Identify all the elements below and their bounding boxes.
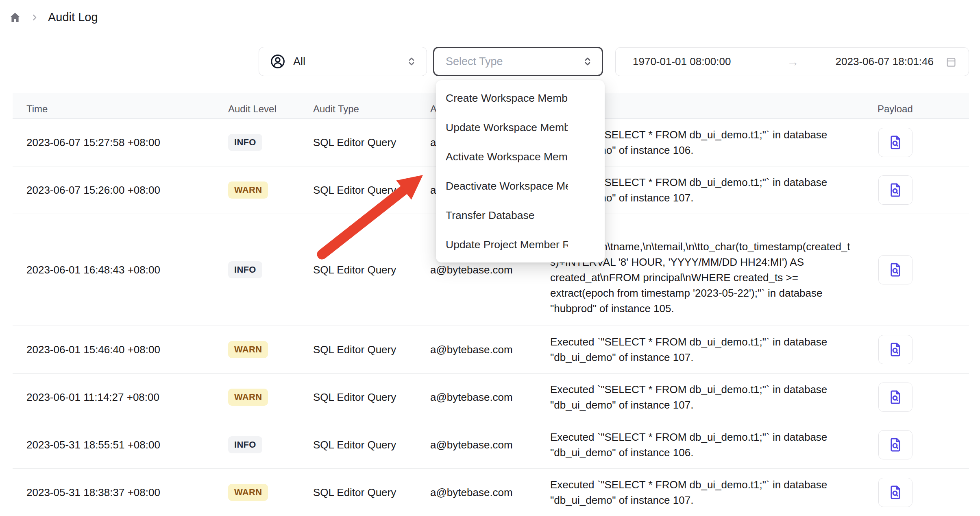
column-header-audit-level: Audit Level <box>224 103 313 115</box>
home-icon[interactable] <box>9 11 21 24</box>
menu-item-deactivate-workspace-member[interactable]: Deactivate Workspace Member <box>436 171 605 201</box>
payload-button[interactable] <box>878 430 912 459</box>
column-header-audit-type: Audit Type <box>313 103 430 115</box>
audit-comment: Executed `"SELECT * FROM db_ui_demo.t1;"… <box>550 374 858 421</box>
audit-time: 2023-06-01 16:48:43 +08:00 <box>13 264 224 276</box>
audit-actor: a@bytebase.com <box>430 439 550 451</box>
audit-actor: a@bytebase.com <box>430 343 550 356</box>
table-row: 2023-05-31 18:38:37 +08:00 WARN SQL Edit… <box>13 469 969 516</box>
type-filter-placeholder: Select Type <box>446 55 503 68</box>
page-title: Audit Log <box>48 11 98 24</box>
audit-actor: a@bytebase.com <box>430 264 550 276</box>
table-row: 2023-05-31 18:55:51 +08:00 INFO SQL Edit… <box>13 421 969 469</box>
menu-item-create-workspace-member[interactable]: Create Workspace Member <box>436 83 605 113</box>
chevron-up-down-icon <box>405 55 418 68</box>
audit-time: 2023-05-31 18:55:51 +08:00 <box>13 439 224 451</box>
audit-level-badge: WARN <box>228 389 268 406</box>
audit-time: 2023-06-07 15:27:58 +08:00 <box>13 136 224 149</box>
breadcrumb: Audit Log <box>9 11 98 24</box>
payload-button[interactable] <box>878 478 912 507</box>
arrow-right-icon: → <box>773 55 812 69</box>
document-search-icon <box>887 389 904 405</box>
audit-type: SQL Editor Query <box>313 136 430 149</box>
payload-button[interactable] <box>878 255 912 284</box>
table-row: 2023-06-01 15:46:40 +08:00 WARN SQL Edit… <box>13 326 969 374</box>
menu-item-activate-workspace-member[interactable]: Activate Workspace Member <box>436 142 605 171</box>
calendar-icon <box>945 56 957 68</box>
user-circle-icon <box>270 53 286 70</box>
audit-level-badge: WARN <box>228 181 268 199</box>
audit-level-badge: WARN <box>228 341 268 358</box>
date-range-start[interactable]: 1970-01-01 08:00:00 <box>633 55 773 68</box>
actor-filter-select[interactable]: All <box>259 47 427 76</box>
audit-level-badge: WARN <box>228 484 268 501</box>
date-range-picker[interactable]: 1970-01-01 08:00:00 → 2023-06-07 18:01:4… <box>615 47 969 76</box>
audit-time: 2023-06-07 15:26:00 +08:00 <box>13 184 224 197</box>
audit-type: SQL Editor Query <box>313 264 430 276</box>
table-row: 2023-06-01 11:14:27 +08:00 WARN SQL Edit… <box>13 374 969 421</box>
type-dropdown-menu: Create Workspace Member Update Workspace… <box>436 80 605 262</box>
audit-level-badge: INFO <box>228 436 262 453</box>
document-search-icon <box>887 341 904 358</box>
audit-type: SQL Editor Query <box>313 343 430 356</box>
audit-comment: Executed `"SELECT * FROM db_ui_demo.t1;"… <box>550 421 858 468</box>
menu-item-transfer-database[interactable]: Transfer Database <box>436 201 605 230</box>
column-header-time: Time <box>13 103 224 115</box>
audit-log-page: Audit Log All Select Type <box>0 0 980 516</box>
document-search-icon <box>887 262 904 278</box>
document-search-icon <box>887 484 904 501</box>
chevron-up-down-icon <box>581 55 594 68</box>
audit-time: 2023-05-31 18:38:37 +08:00 <box>13 486 224 499</box>
payload-button[interactable] <box>878 335 912 364</box>
column-header-payload: Payload <box>858 103 969 115</box>
audit-level-badge: INFO <box>228 261 262 278</box>
filter-bar: All Select Type 1970-01-01 08:00:00 → 20… <box>0 47 980 77</box>
audit-actor: a@bytebase.com <box>430 391 550 404</box>
payload-button[interactable] <box>878 383 912 412</box>
audit-time: 2023-06-01 15:46:40 +08:00 <box>13 343 224 356</box>
audit-comment: Executed `"SELECT * FROM db_ui_demo.t1;"… <box>550 469 858 516</box>
menu-item-update-workspace-member[interactable]: Update Workspace Member <box>436 113 605 142</box>
document-search-icon <box>887 437 904 453</box>
audit-type: SQL Editor Query <box>313 439 430 451</box>
type-filter-select[interactable]: Select Type <box>433 47 603 76</box>
chevron-right-icon <box>30 13 39 22</box>
payload-button[interactable] <box>878 128 912 157</box>
document-search-icon <box>887 134 904 151</box>
document-search-icon <box>887 182 904 198</box>
audit-type: SQL Editor Query <box>313 486 430 499</box>
payload-button[interactable] <box>878 175 912 205</box>
audit-type: SQL Editor Query <box>313 391 430 404</box>
audit-comment: Executed `"SELECT * FROM db_ui_demo.t1;"… <box>550 326 858 373</box>
audit-actor: a@bytebase.com <box>430 486 550 499</box>
actor-filter-value: All <box>293 55 305 68</box>
audit-level-badge: INFO <box>228 134 262 151</box>
audit-time: 2023-06-01 11:14:27 +08:00 <box>13 391 224 404</box>
menu-item-update-project-member[interactable]: Update Project Member Role <box>436 230 605 259</box>
date-range-end[interactable]: 2023-06-07 18:01:46 <box>812 55 934 68</box>
audit-type: SQL Editor Query <box>313 184 430 197</box>
